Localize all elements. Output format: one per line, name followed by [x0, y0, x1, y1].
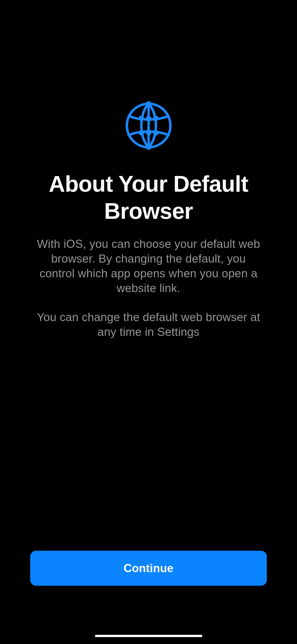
svg-point-2 — [147, 102, 150, 105]
description-secondary: You can change the default web browser a… — [32, 310, 265, 339]
svg-point-3 — [147, 146, 150, 149]
info-panel: About Your Default Browser With iOS, you… — [0, 0, 297, 339]
globe-icon — [124, 101, 173, 150]
svg-point-4 — [147, 117, 150, 120]
svg-point-6 — [140, 117, 143, 120]
continue-button[interactable]: Continue — [30, 551, 267, 586]
svg-point-7 — [154, 117, 157, 120]
svg-point-9 — [154, 131, 157, 134]
home-indicator[interactable] — [95, 635, 202, 637]
page-title: About Your Default Browser — [32, 170, 265, 224]
description-primary: With iOS, you can choose your default we… — [32, 236, 265, 296]
svg-point-8 — [140, 131, 143, 134]
svg-point-5 — [147, 130, 150, 134]
